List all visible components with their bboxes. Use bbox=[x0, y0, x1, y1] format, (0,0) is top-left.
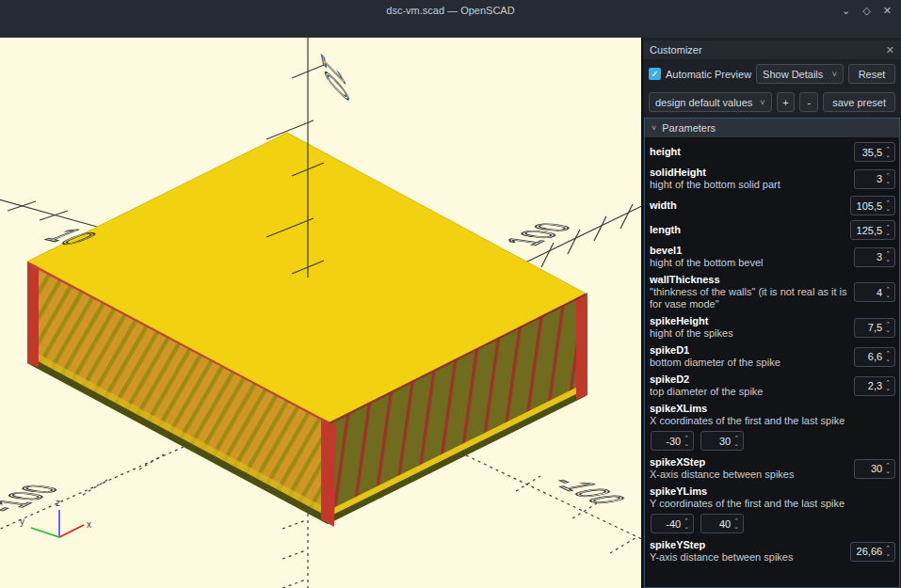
param-row-length: length 125,5 ⌃⌄ bbox=[648, 217, 896, 242]
neg-z-axis bbox=[282, 514, 308, 588]
spin-down-icon[interactable]: ⌄ bbox=[885, 257, 891, 262]
customizer-panel: Customizer ✕ ✓ Automatic Preview Show De… bbox=[643, 38, 901, 588]
automatic-preview-checkbox[interactable]: ✓ bbox=[649, 68, 661, 80]
spikeXLims-min-spinbox[interactable]: -30 ⌃⌄ bbox=[651, 431, 694, 451]
param-description: bottom diameter of the spike bbox=[650, 357, 848, 369]
reset-button[interactable]: Reset bbox=[848, 64, 895, 84]
param-description: "thinkness of the walls" (it is not real… bbox=[650, 286, 848, 310]
remove-preset-label: - bbox=[807, 97, 811, 108]
spin-down-icon[interactable]: ⌄ bbox=[885, 179, 891, 184]
left-axis bbox=[0, 199, 97, 227]
add-preset-button[interactable]: + bbox=[777, 92, 796, 112]
spikeXStep-spinbox[interactable]: 30 ⌃⌄ bbox=[854, 459, 895, 479]
parameters-header-label: Parameters bbox=[662, 122, 716, 134]
spin-value: 4 bbox=[861, 287, 885, 298]
spin-down-icon[interactable]: ⌄ bbox=[885, 357, 891, 362]
param-row-spikeYLims: spikeYLims Y coordinates of the first an… bbox=[648, 483, 896, 536]
param-description: X coordinates of the first and the last … bbox=[650, 415, 895, 427]
spin-value: 35,5 bbox=[861, 147, 885, 158]
spin-value: 30 bbox=[861, 463, 885, 474]
param-description: hight of the bottom bevel bbox=[650, 257, 848, 269]
param-row-bevel1: bevel1 hight of the bottom bevel 3 ⌃⌄ bbox=[648, 242, 896, 271]
param-row-width: width 105,5 ⌃⌄ bbox=[648, 193, 896, 217]
spin-down-icon[interactable]: ⌄ bbox=[684, 524, 689, 530]
z-axis-label: 10 bbox=[314, 46, 357, 114]
minimize-icon[interactable]: ⌄ bbox=[842, 5, 850, 17]
customizer-header: Customizer ✕ bbox=[643, 40, 901, 59]
automatic-preview-label: Automatic Preview bbox=[666, 69, 751, 80]
preset-dropdown-value: design default values bbox=[655, 97, 752, 108]
param-name: height bbox=[650, 146, 848, 158]
param-name: length bbox=[650, 224, 845, 236]
add-preset-label: + bbox=[782, 97, 788, 108]
parameters-header[interactable]: ˅ Parameters bbox=[645, 119, 899, 137]
param-name: spikeYLims bbox=[650, 485, 895, 498]
spin-down-icon[interactable]: ⌄ bbox=[885, 469, 891, 474]
customizer-close-icon[interactable]: ✕ bbox=[886, 44, 894, 56]
spin-down-icon[interactable]: ⌄ bbox=[684, 441, 689, 447]
param-description: top diameter of the spike bbox=[650, 386, 848, 398]
customizer-title: Customizer bbox=[650, 44, 702, 56]
details-dropdown[interactable]: Show Details ˅ bbox=[756, 64, 844, 84]
titlebar: dsc-vm.scad — OpenSCAD ⌄ ◇ ✕ bbox=[0, 0, 901, 38]
gizmo-x-label: x bbox=[87, 519, 91, 530]
param-row-spikeXStep: spikeXStep X-axis distance between spike… bbox=[648, 453, 896, 483]
param-name: wallThickness bbox=[650, 274, 848, 286]
3d-viewport[interactable]: 10 10 100 -100 -100 z x y bbox=[0, 38, 641, 588]
window-title: dsc-vm.scad — OpenSCAD bbox=[0, 4, 901, 17]
param-row-solidHeight: solidHeight hight of the bottom solid pa… bbox=[648, 164, 896, 193]
spin-down-icon[interactable]: ⌄ bbox=[733, 441, 739, 447]
parameters-group: ˅ Parameters height 35,5 ⌃⌄ solidHeight … bbox=[644, 118, 900, 588]
spin-down-icon[interactable]: ⌄ bbox=[733, 524, 739, 530]
customizer-toolbar-2: design default values ˅ + - save preset bbox=[643, 87, 901, 116]
spin-down-icon[interactable]: ⌄ bbox=[885, 152, 891, 158]
save-preset-button[interactable]: save preset bbox=[823, 92, 895, 112]
spikeYLims-max-spinbox[interactable]: 40 ⌃⌄ bbox=[700, 514, 744, 533]
spin-down-icon[interactable]: ⌄ bbox=[885, 230, 891, 236]
spikeXLims-max-spinbox[interactable]: 30 ⌃⌄ bbox=[700, 431, 744, 451]
spikeD1-spinbox[interactable]: 6,6 ⌃⌄ bbox=[854, 347, 895, 367]
wallThickness-spinbox[interactable]: 4 ⌃⌄ bbox=[854, 282, 895, 302]
height-spinbox[interactable]: 35,5 ⌃⌄ bbox=[854, 142, 895, 162]
spikeD2-spinbox[interactable]: 2,3 ⌃⌄ bbox=[854, 376, 895, 396]
bevel1-spinbox[interactable]: 3 ⌃⌄ bbox=[854, 247, 895, 267]
close-icon[interactable]: ✕ bbox=[883, 5, 892, 17]
3d-scene: 10 10 100 -100 -100 z x y bbox=[0, 38, 641, 588]
spin-value: 125,5 bbox=[857, 225, 886, 236]
param-row-spikeHeight: spikeHeight hight of the spikes 7,5 ⌃⌄ bbox=[648, 312, 896, 342]
spin-value: 6,6 bbox=[861, 351, 885, 362]
length-spinbox[interactable]: 125,5 ⌃⌄ bbox=[850, 220, 895, 240]
gizmo-z-label: z bbox=[56, 498, 60, 508]
window-controls: ⌄ ◇ ✕ bbox=[842, 5, 892, 17]
spin-down-icon[interactable]: ⌄ bbox=[885, 386, 891, 391]
param-row-wallThickness: wallThickness "thinkness of the walls" (… bbox=[648, 271, 896, 312]
chevron-down-icon: ˅ bbox=[752, 98, 764, 107]
param-row-height: height 35,5 ⌃⌄ bbox=[648, 139, 896, 164]
spin-down-icon[interactable]: ⌄ bbox=[885, 327, 891, 333]
spin-down-icon[interactable]: ⌄ bbox=[885, 551, 891, 557]
spin-down-icon[interactable]: ⌄ bbox=[885, 206, 891, 212]
preset-dropdown[interactable]: design default values ˅ bbox=[649, 92, 772, 112]
spin-value: 30 bbox=[707, 436, 733, 447]
spin-value: -30 bbox=[657, 436, 684, 447]
param-row-spikeD2: spikeD2 top diameter of the spike 2,3 ⌃⌄ bbox=[648, 371, 896, 400]
solidHeight-spinbox[interactable]: 3 ⌃⌄ bbox=[854, 169, 895, 189]
param-description: hight of the bottom solid part bbox=[650, 179, 848, 191]
spikeYStep-spinbox[interactable]: 26,66 ⌃⌄ bbox=[850, 542, 895, 562]
spikeHeight-spinbox[interactable]: 7,5 ⌃⌄ bbox=[854, 318, 895, 338]
spikeYLims-min-spinbox[interactable]: -40 ⌃⌄ bbox=[651, 514, 694, 533]
param-name: bevel1 bbox=[650, 245, 848, 257]
param-name: spikeD2 bbox=[650, 373, 848, 386]
param-description: Y coordinates of the first and the last … bbox=[650, 498, 895, 510]
width-spinbox[interactable]: 105,5 ⌃⌄ bbox=[850, 196, 895, 215]
spin-down-icon[interactable]: ⌄ bbox=[885, 293, 891, 298]
save-preset-label: save preset bbox=[832, 97, 886, 108]
param-name: spikeHeight bbox=[650, 315, 848, 327]
maximize-icon[interactable]: ◇ bbox=[862, 5, 870, 17]
parameters-list: height 35,5 ⌃⌄ solidHeight hight of the … bbox=[645, 137, 899, 587]
neg-right-axis-label: -100 bbox=[539, 475, 637, 507]
param-name: spikeYStep bbox=[650, 539, 845, 551]
remove-preset-button[interactable]: - bbox=[799, 92, 818, 112]
chevron-down-icon: ˅ bbox=[825, 70, 837, 79]
customizer-toolbar-1: ✓ Automatic Preview Show Details ˅ Reset bbox=[643, 59, 901, 87]
